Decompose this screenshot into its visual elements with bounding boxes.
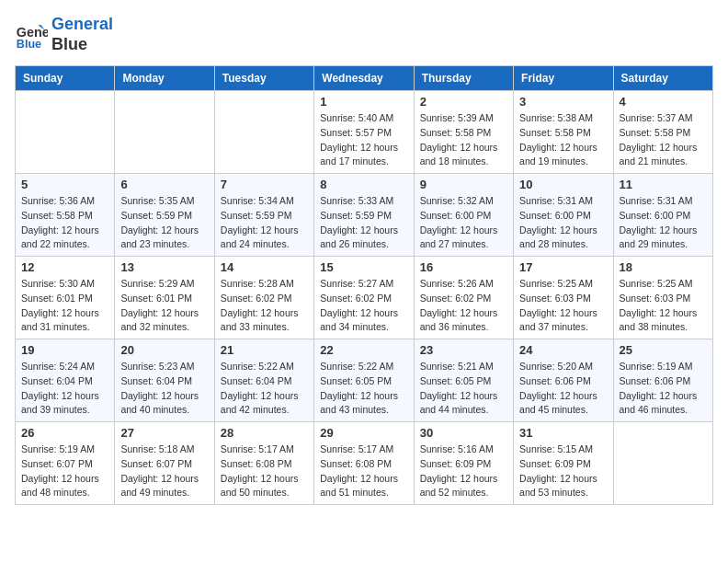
day-info: Sunrise: 5:31 AMSunset: 6:00 PMDaylight:… (620, 194, 707, 252)
day-header-wednesday: Wednesday (314, 66, 414, 91)
day-header-sunday: Sunday (16, 66, 115, 91)
calendar-cell: 18Sunrise: 5:25 AMSunset: 6:03 PMDayligh… (613, 257, 712, 339)
day-number: 31 (519, 426, 607, 440)
calendar-cell: 29Sunrise: 5:17 AMSunset: 6:08 PMDayligh… (314, 422, 414, 505)
day-info: Sunrise: 5:24 AMSunset: 6:04 PMDaylight:… (21, 360, 108, 418)
calendar-table: SundayMondayTuesdayWednesdayThursdayFrid… (15, 65, 713, 505)
day-number: 7 (221, 178, 308, 191)
calendar-cell: 28Sunrise: 5:17 AMSunset: 6:08 PMDayligh… (214, 422, 313, 505)
calendar-cell: 30Sunrise: 5:16 AMSunset: 6:09 PMDayligh… (414, 422, 513, 505)
calendar-week-1: 1Sunrise: 5:40 AMSunset: 5:57 PMDaylight… (16, 91, 713, 174)
day-number: 14 (221, 260, 308, 274)
day-info: Sunrise: 5:22 AMSunset: 6:04 PMDaylight:… (221, 360, 308, 418)
svg-text:General: General (17, 24, 48, 39)
calendar-week-5: 26Sunrise: 5:19 AMSunset: 6:07 PMDayligh… (16, 422, 713, 505)
day-info: Sunrise: 5:21 AMSunset: 6:05 PMDaylight:… (420, 360, 507, 418)
calendar-cell (115, 91, 214, 174)
day-info: Sunrise: 5:17 AMSunset: 6:08 PMDaylight:… (320, 442, 407, 500)
day-number: 2 (420, 95, 507, 109)
calendar-cell: 10Sunrise: 5:31 AMSunset: 6:00 PMDayligh… (514, 174, 613, 257)
calendar-cell: 16Sunrise: 5:26 AMSunset: 6:02 PMDayligh… (414, 257, 513, 339)
day-info: Sunrise: 5:18 AMSunset: 6:07 PMDaylight:… (120, 442, 208, 500)
day-info: Sunrise: 5:29 AMSunset: 6:01 PMDaylight:… (120, 277, 208, 335)
day-header-saturday: Saturday (613, 66, 712, 91)
calendar-cell: 3Sunrise: 5:38 AMSunset: 5:58 PMDaylight… (514, 91, 613, 174)
day-number: 3 (519, 95, 607, 109)
calendar-cell: 13Sunrise: 5:29 AMSunset: 6:01 PMDayligh… (115, 257, 214, 339)
day-number: 29 (320, 426, 407, 440)
day-info: Sunrise: 5:20 AMSunset: 6:06 PMDaylight:… (519, 360, 607, 418)
day-number: 15 (320, 260, 407, 274)
day-header-tuesday: Tuesday (214, 66, 313, 91)
logo-text: GeneralBlue (51, 15, 113, 54)
calendar-cell: 2Sunrise: 5:39 AMSunset: 5:58 PMDaylight… (414, 91, 513, 174)
calendar-cell: 19Sunrise: 5:24 AMSunset: 6:04 PMDayligh… (16, 339, 115, 422)
day-info: Sunrise: 5:35 AMSunset: 5:59 PMDaylight:… (120, 194, 208, 252)
calendar-cell (16, 91, 115, 174)
day-info: Sunrise: 5:25 AMSunset: 6:03 PMDaylight:… (620, 277, 707, 335)
calendar-cell: 11Sunrise: 5:31 AMSunset: 6:00 PMDayligh… (613, 174, 712, 257)
calendar-cell: 5Sunrise: 5:36 AMSunset: 5:58 PMDaylight… (16, 174, 115, 257)
calendar-cell: 17Sunrise: 5:25 AMSunset: 6:03 PMDayligh… (514, 257, 613, 339)
calendar-cell: 8Sunrise: 5:33 AMSunset: 5:59 PMDaylight… (314, 174, 414, 257)
calendar-cell: 22Sunrise: 5:22 AMSunset: 6:05 PMDayligh… (314, 339, 414, 422)
day-number: 24 (519, 343, 607, 357)
day-number: 4 (620, 95, 707, 109)
day-number: 12 (21, 260, 108, 274)
day-info: Sunrise: 5:38 AMSunset: 5:58 PMDaylight:… (519, 111, 607, 169)
calendar-cell: 9Sunrise: 5:32 AMSunset: 6:00 PMDaylight… (414, 174, 513, 257)
day-number: 23 (420, 343, 507, 357)
day-info: Sunrise: 5:27 AMSunset: 6:02 PMDaylight:… (320, 277, 407, 335)
day-number: 8 (320, 178, 407, 191)
calendar-cell: 7Sunrise: 5:34 AMSunset: 5:59 PMDaylight… (214, 174, 313, 257)
day-number: 30 (420, 426, 507, 440)
day-number: 13 (120, 260, 208, 274)
day-number: 17 (519, 260, 607, 274)
day-info: Sunrise: 5:30 AMSunset: 6:01 PMDaylight:… (21, 277, 108, 335)
day-number: 18 (620, 260, 707, 274)
calendar-cell: 14Sunrise: 5:28 AMSunset: 6:02 PMDayligh… (214, 257, 313, 339)
day-info: Sunrise: 5:34 AMSunset: 5:59 PMDaylight:… (221, 194, 308, 252)
day-info: Sunrise: 5:32 AMSunset: 6:00 PMDaylight:… (420, 194, 507, 252)
logo-icon: General Blue (15, 18, 48, 52)
day-info: Sunrise: 5:28 AMSunset: 6:02 PMDaylight:… (221, 277, 308, 335)
day-info: Sunrise: 5:39 AMSunset: 5:58 PMDaylight:… (420, 111, 507, 169)
day-info: Sunrise: 5:16 AMSunset: 6:09 PMDaylight:… (420, 442, 507, 500)
day-info: Sunrise: 5:17 AMSunset: 6:08 PMDaylight:… (221, 442, 308, 500)
day-info: Sunrise: 5:36 AMSunset: 5:58 PMDaylight:… (21, 194, 108, 252)
day-number: 21 (221, 343, 308, 357)
day-info: Sunrise: 5:15 AMSunset: 6:09 PMDaylight:… (519, 442, 607, 500)
day-number: 16 (420, 260, 507, 274)
svg-text:Blue: Blue (17, 38, 41, 51)
day-number: 19 (21, 343, 108, 357)
calendar-week-2: 5Sunrise: 5:36 AMSunset: 5:58 PMDaylight… (16, 174, 713, 257)
day-number: 25 (620, 343, 707, 357)
day-info: Sunrise: 5:23 AMSunset: 6:04 PMDaylight:… (120, 360, 208, 418)
day-number: 5 (21, 178, 108, 191)
day-info: Sunrise: 5:40 AMSunset: 5:57 PMDaylight:… (320, 111, 407, 169)
calendar-cell: 6Sunrise: 5:35 AMSunset: 5:59 PMDaylight… (115, 174, 214, 257)
day-number: 9 (420, 178, 507, 191)
calendar-cell: 31Sunrise: 5:15 AMSunset: 6:09 PMDayligh… (514, 422, 613, 505)
day-number: 10 (519, 178, 607, 191)
day-number: 27 (120, 426, 208, 440)
calendar-week-3: 12Sunrise: 5:30 AMSunset: 6:01 PMDayligh… (16, 257, 713, 339)
day-number: 20 (120, 343, 208, 357)
day-header-thursday: Thursday (414, 66, 513, 91)
day-info: Sunrise: 5:37 AMSunset: 5:58 PMDaylight:… (620, 111, 707, 169)
calendar-cell: 21Sunrise: 5:22 AMSunset: 6:04 PMDayligh… (214, 339, 313, 422)
day-number: 28 (221, 426, 308, 440)
calendar-cell: 20Sunrise: 5:23 AMSunset: 6:04 PMDayligh… (115, 339, 214, 422)
day-info: Sunrise: 5:19 AMSunset: 6:06 PMDaylight:… (620, 360, 707, 418)
calendar-cell: 1Sunrise: 5:40 AMSunset: 5:57 PMDaylight… (314, 91, 414, 174)
day-header-monday: Monday (115, 66, 214, 91)
day-info: Sunrise: 5:22 AMSunset: 6:05 PMDaylight:… (320, 360, 407, 418)
calendar-cell (613, 422, 712, 505)
calendar-cell: 4Sunrise: 5:37 AMSunset: 5:58 PMDaylight… (613, 91, 712, 174)
day-number: 6 (120, 178, 208, 191)
day-number: 26 (21, 426, 108, 440)
calendar-header-row: SundayMondayTuesdayWednesdayThursdayFrid… (16, 66, 713, 91)
calendar-cell: 24Sunrise: 5:20 AMSunset: 6:06 PMDayligh… (514, 339, 613, 422)
calendar-cell: 26Sunrise: 5:19 AMSunset: 6:07 PMDayligh… (16, 422, 115, 505)
calendar-cell: 27Sunrise: 5:18 AMSunset: 6:07 PMDayligh… (115, 422, 214, 505)
